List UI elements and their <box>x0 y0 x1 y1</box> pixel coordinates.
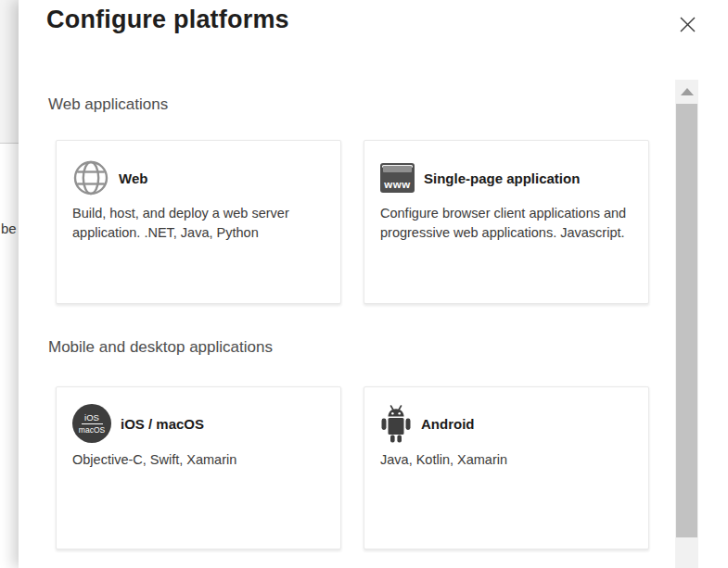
background-page: be <box>0 0 19 568</box>
www-icon-label: www <box>380 179 415 190</box>
up-arrow-icon <box>681 88 694 95</box>
android-robot-icon <box>380 405 412 443</box>
single-page-application-card[interactable]: www Single-page application Configure br… <box>364 140 649 304</box>
background-page-header <box>0 0 19 144</box>
scrollbar-up-arrow[interactable] <box>675 80 698 104</box>
scrollbar-thumb[interactable] <box>676 104 697 537</box>
close-icon <box>679 16 696 33</box>
globe-icon <box>72 159 109 196</box>
card-description-spa: Configure browser client applications an… <box>380 204 632 243</box>
card-title-spa: Single-page application <box>424 170 580 186</box>
card-description-ios-macos: Objective-C, Swift, Xamarin <box>72 450 325 470</box>
browser-www-icon: www <box>380 163 415 193</box>
ios-icon-label-bottom: macOS <box>79 426 105 435</box>
section-header-mobile-desktop: Mobile and desktop applications <box>48 338 273 357</box>
close-button[interactable] <box>674 11 700 37</box>
card-header: Web <box>72 159 325 196</box>
mobile-desktop-card-row: iOS macOS iOS / macOS Objective-C, Swift… <box>56 386 649 549</box>
background-clipped-text: be <box>1 221 19 236</box>
card-title-web: Web <box>119 170 147 186</box>
section-header-web-applications: Web applications <box>48 95 168 114</box>
ios-macos-badge-icon: iOS macOS <box>72 404 111 443</box>
ios-icon-label-top: iOS <box>84 413 99 423</box>
android-platform-card[interactable]: Android Java, Kotlin, Xamarin <box>364 386 649 549</box>
vertical-scrollbar[interactable] <box>675 80 698 568</box>
card-header: iOS macOS iOS / macOS <box>72 404 325 443</box>
ios-macos-platform-card[interactable]: iOS macOS iOS / macOS Objective-C, Swift… <box>56 386 341 549</box>
card-description-android: Java, Kotlin, Xamarin <box>380 450 632 470</box>
web-platform-card[interactable]: Web Build, host, and deploy a web server… <box>56 140 341 304</box>
card-header: Android <box>380 404 632 443</box>
card-description-web: Build, host, and deploy a web server app… <box>72 204 325 243</box>
card-title-android: Android <box>421 416 475 432</box>
web-applications-card-row: Web Build, host, and deploy a web server… <box>56 140 649 304</box>
configure-platforms-dialog: Configure platforms Web applications <box>19 0 728 568</box>
dialog-title: Configure platforms <box>46 6 289 34</box>
card-header: www Single-page application <box>380 159 632 196</box>
card-title-ios-macos: iOS / macOS <box>121 416 204 432</box>
